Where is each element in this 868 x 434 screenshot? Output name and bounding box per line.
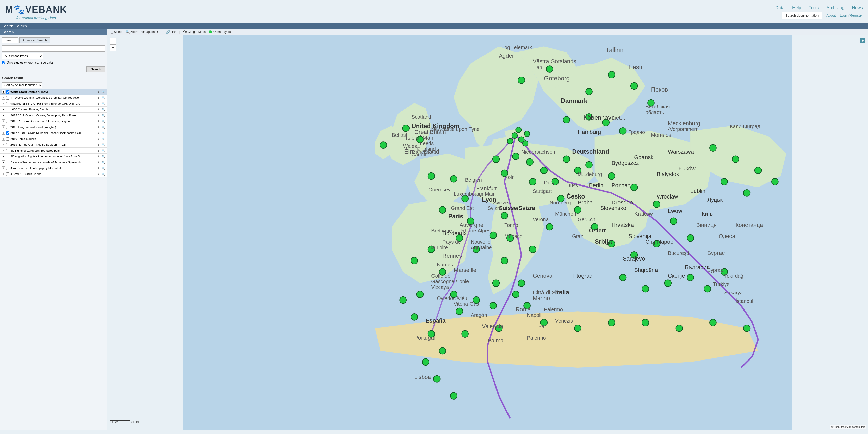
search-zoom-icon[interactable]: 🔍 <box>101 96 105 100</box>
expand-button[interactable]: + <box>2 160 5 164</box>
info-icon[interactable]: ℹ <box>96 137 100 141</box>
expand-button[interactable]: + <box>2 96 5 99</box>
toolbar-select[interactable]: ⬚ Select <box>110 30 122 34</box>
info-icon[interactable]: ℹ <box>96 119 100 123</box>
expand-button[interactable]: + <box>2 131 5 135</box>
expand-button[interactable]: + <box>2 114 5 117</box>
search-zoom-icon[interactable]: 🔍 <box>101 107 105 112</box>
result-checkbox[interactable] <box>6 120 9 123</box>
info-icon[interactable]: ℹ <box>96 172 100 176</box>
result-checkbox[interactable] <box>6 114 9 117</box>
search-zoom-icon[interactable]: 🔍 <box>101 125 105 129</box>
search-zoom-icon[interactable]: 🔍 <box>101 113 105 117</box>
nav-login[interactable]: Login/Register <box>840 13 863 17</box>
info-icon[interactable]: ℹ <box>96 96 100 100</box>
result-checkbox[interactable] <box>6 149 9 152</box>
table-row[interactable]: + "Proyecto Eremita" Geronticus eremita … <box>0 95 107 101</box>
table-row[interactable]: + 1000 Cranes, Russia, Caspia, ℹ 🔍 <box>0 107 107 113</box>
info-icon[interactable]: ℹ <box>96 143 100 147</box>
search-zoom-icon[interactable]: 🔍 <box>101 160 105 164</box>
info-icon[interactable]: ℹ <box>96 131 100 135</box>
info-icon[interactable]: ℹ <box>96 101 100 105</box>
table-row[interactable]: + 3D flights of European free-tailed bat… <box>0 148 107 154</box>
info-icon[interactable]: ℹ <box>96 107 100 112</box>
expand-button[interactable]: + <box>2 149 5 152</box>
nav-help[interactable]: Help <box>792 5 801 10</box>
nav-news[interactable]: News <box>852 5 863 10</box>
expand-button[interactable]: + <box>2 155 5 158</box>
result-checkbox[interactable] <box>6 102 9 105</box>
map-container[interactable]: Éire / Ireland Isle of Man United Kingdo… <box>107 35 868 430</box>
nav-data[interactable]: Data <box>775 5 784 10</box>
table-row[interactable]: + (Interreg Si-Hir CIGRA) Sterna hirundo… <box>0 101 107 107</box>
info-icon[interactable]: ℹ <box>96 166 100 170</box>
info-icon[interactable]: ℹ <box>96 154 100 158</box>
result-checkbox[interactable] <box>6 155 9 158</box>
expand-map-button[interactable]: + <box>860 38 865 43</box>
zoom-out-button[interactable]: − <box>110 44 116 51</box>
nav-archiving[interactable]: Archiving <box>827 5 844 10</box>
toolbar-link[interactable]: 🔗 Link <box>165 30 176 34</box>
table-row[interactable]: + 2019 Herring Gull - Neeltje Booigert [… <box>0 142 107 148</box>
table-row[interactable]: + ABoVE: BC Atlin Caribou ℹ 🔍 <box>0 171 107 177</box>
table-row[interactable]: + A week in the life of a pygmy blue wha… <box>0 165 107 171</box>
sensor-type-select[interactable]: All Sensor Types <box>2 53 43 59</box>
search-documentation-button[interactable]: Search documentation <box>781 12 822 19</box>
table-row[interactable]: + 2015 Rio Jurua Geese and Skimmers, ori… <box>0 118 107 124</box>
expand-button[interactable]: + <box>2 137 5 141</box>
tab-search[interactable]: Search <box>2 37 19 43</box>
expand-button[interactable]: + <box>2 166 5 170</box>
result-checkbox[interactable] <box>6 90 9 94</box>
info-icon[interactable]: ℹ <box>96 149 100 153</box>
search-input[interactable] <box>2 45 105 52</box>
expand-button[interactable]: + <box>2 143 5 147</box>
search-zoom-icon[interactable]: 🔍 <box>101 137 105 141</box>
expand-button[interactable]: + <box>2 125 5 129</box>
expand-button[interactable]: + <box>2 108 5 111</box>
toolbar-options[interactable]: 👁 Options ▾ <box>141 30 158 34</box>
sort-select[interactable]: Sort by Animal Identifier <box>2 83 42 88</box>
search-zoom-icon[interactable]: 🔍 <box>101 101 105 105</box>
search-button[interactable]: Search <box>87 66 105 72</box>
table-row[interactable]: ▼ White Stork Denmark [n=6] ℹ 🔍 <box>0 89 107 95</box>
expand-button[interactable]: + <box>2 119 5 123</box>
table-row[interactable]: + 2019 Female ducks ℹ 🔍 <box>0 136 107 142</box>
info-icon[interactable]: ℹ <box>96 90 100 94</box>
nav-about[interactable]: About <box>827 13 836 17</box>
expand-button[interactable]: + <box>2 172 5 176</box>
info-icon[interactable]: ℹ <box>96 160 100 164</box>
table-row[interactable]: + 2015 Tsinghua waterfowl (Yangtze) ℹ 🔍 <box>0 124 107 130</box>
expand-button[interactable]: + <box>2 102 5 105</box>
toolbar-zoom[interactable]: 🔍 Zoom <box>125 30 138 34</box>
search-zoom-icon[interactable]: 🔍 <box>101 154 105 158</box>
search-zoom-icon[interactable]: 🔍 <box>101 131 105 135</box>
sub-nav-studies[interactable]: Studies <box>16 24 27 28</box>
search-zoom-icon[interactable]: 🔍 <box>101 90 105 94</box>
result-checkbox[interactable] <box>6 161 9 164</box>
data-visibility-checkbox[interactable] <box>2 61 5 64</box>
info-icon[interactable]: ℹ <box>96 113 100 117</box>
search-zoom-icon[interactable]: 🔍 <box>101 172 105 176</box>
result-checkbox[interactable] <box>6 143 9 147</box>
result-checkbox[interactable] <box>6 166 9 170</box>
search-zoom-icon[interactable]: 🔍 <box>101 143 105 147</box>
toolbar-googlemaps[interactable]: 🗺 Google Maps <box>183 30 206 34</box>
search-zoom-icon[interactable]: 🔍 <box>101 119 105 123</box>
result-checkbox[interactable] <box>6 126 9 129</box>
result-checkbox[interactable] <box>6 137 9 141</box>
toolbar-openlayers[interactable]: Open Layers <box>209 30 231 34</box>
table-row[interactable]: + 2017 & 2018 Clyde Muirshiel Lesser Bla… <box>0 130 107 136</box>
search-zoom-icon[interactable]: 🔍 <box>101 149 105 153</box>
zoom-in-button[interactable]: + <box>110 38 116 44</box>
search-zoom-icon[interactable]: 🔍 <box>101 166 105 170</box>
table-row[interactable]: + 2013-2019 Orinoco Goose, Davenport, Pe… <box>0 113 107 118</box>
result-checkbox[interactable] <box>6 131 9 135</box>
table-row[interactable]: + 3D migration flights of common noctule… <box>0 154 107 159</box>
table-row[interactable]: + A case of home range analysis of Japan… <box>0 159 107 165</box>
sub-nav-search[interactable]: Search <box>3 24 13 28</box>
expand-button[interactable]: ▼ <box>2 90 5 94</box>
result-checkbox[interactable] <box>6 173 9 176</box>
result-checkbox[interactable] <box>6 108 9 111</box>
result-checkbox[interactable] <box>6 96 9 99</box>
tab-advanced-search[interactable]: Advanced Search <box>20 37 50 43</box>
